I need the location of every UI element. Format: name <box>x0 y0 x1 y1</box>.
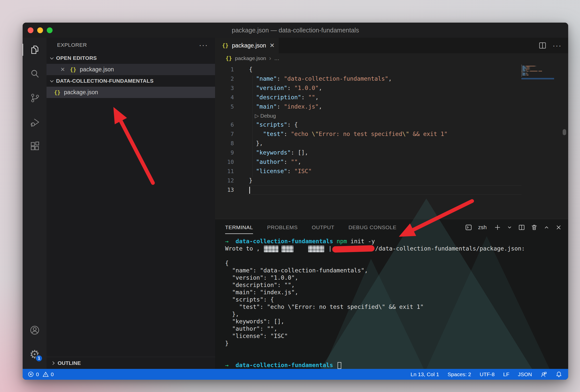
text-cursor <box>249 187 250 194</box>
tree-item-package-json[interactable]: {} package.json <box>47 87 215 98</box>
encoding[interactable]: UTF-8 <box>480 371 495 377</box>
terminal-line: "main": "index.js", <box>225 289 568 296</box>
terminal-shell-icon <box>465 224 472 231</box>
code-line[interactable]: 3 "version": "1.0.0", <box>215 83 568 93</box>
terminal-line <box>225 252 568 260</box>
code-line[interactable]: 1{ <box>215 65 568 74</box>
code-line[interactable]: 7 "test": "echo \"Error: no test specifi… <box>215 129 568 139</box>
code-line[interactable]: 2 "name": "data-collection-fundamentals"… <box>215 74 568 83</box>
tab-output[interactable]: OUTPUT <box>312 223 334 232</box>
code-editor[interactable]: 1{2 "name": "data-collection-fundamental… <box>215 63 568 219</box>
terminal-line: "name": "data-collection-fundamentals", <box>225 267 568 274</box>
close-editor-icon[interactable]: ✕ <box>60 66 65 73</box>
terminal-line: Wrote to ,|/data-collection-fundamentals… <box>225 245 568 252</box>
terminal-line: "version": "1.0.0", <box>225 274 568 281</box>
tab-package-json[interactable]: {} package.json ✕ <box>215 38 279 53</box>
cursor-position[interactable]: Ln 13, Col 1 <box>410 371 439 377</box>
terminal-line: }, <box>225 311 568 318</box>
redaction-marker <box>332 245 375 253</box>
tab-close-icon[interactable]: ✕ <box>270 42 275 49</box>
terminal-cursor <box>338 362 341 369</box>
extensions-icon[interactable] <box>23 134 47 158</box>
terminal-line: "keywords": [], <box>225 318 568 325</box>
terminal-line: → data-collection-fundamentals <box>225 362 568 369</box>
chevron-down-icon <box>50 79 54 82</box>
breadcrumb[interactable]: {} package.json › … <box>215 53 568 63</box>
editor-tab-bar: {} package.json ✕ ··· <box>215 38 568 53</box>
tab-debug-console[interactable]: DEBUG CONSOLE <box>348 223 396 232</box>
zoom-window-button[interactable] <box>47 27 53 33</box>
run-debug-icon[interactable] <box>23 110 47 134</box>
title-bar: package.json — data-collection-fundament… <box>23 23 568 38</box>
panel-header: TERMINAL PROBLEMS OUTPUT DEBUG CONSOLE z… <box>215 219 568 235</box>
kill-terminal-icon[interactable] <box>531 224 537 231</box>
outline-section[interactable]: OUTLINE <box>47 357 215 369</box>
maximize-panel-icon[interactable] <box>544 224 550 230</box>
tab-terminal[interactable]: TERMINAL <box>225 223 253 232</box>
language-mode[interactable]: JSON <box>518 371 532 377</box>
code-line[interactable]: 10 "author": "", <box>215 157 568 167</box>
breadcrumb-separator-icon: › <box>269 55 271 62</box>
activity-bar: ⚙ 1 <box>23 38 47 369</box>
minimap-current-line <box>521 78 554 79</box>
close-window-button[interactable] <box>28 27 33 33</box>
explorer-icon[interactable] <box>23 38 47 62</box>
editor-more-actions-icon[interactable]: ··· <box>553 41 562 50</box>
warning-icon <box>43 371 49 377</box>
code-line[interactable]: 4 "description": "", <box>215 93 568 102</box>
accounts-icon[interactable] <box>23 318 47 342</box>
explorer-more-actions-icon[interactable]: ··· <box>199 41 208 49</box>
terminal-line: "test": "echo \"Error: no test specified… <box>225 303 568 311</box>
terminal-line <box>225 347 568 354</box>
explorer-sidebar: EXPLORER ··· OPEN EDITORS ✕ {} package.j… <box>47 38 215 369</box>
search-icon[interactable] <box>23 62 47 86</box>
json-file-icon: {} <box>70 67 76 73</box>
problems-status[interactable]: 0 0 <box>28 371 54 377</box>
settings-gear-icon[interactable]: ⚙ 1 <box>23 342 47 366</box>
chevron-down-icon <box>50 56 54 60</box>
terminal-dropdown-icon[interactable] <box>507 225 512 230</box>
notifications-bell-icon[interactable] <box>556 371 562 378</box>
split-terminal-icon[interactable] <box>518 224 525 231</box>
tab-problems[interactable]: PROBLEMS <box>267 223 298 232</box>
code-line[interactable]: 9 "keywords": [], <box>215 148 568 157</box>
error-icon <box>28 371 34 377</box>
code-line[interactable]: 8 }, <box>215 139 568 148</box>
code-line[interactable]: 13 <box>215 185 568 194</box>
terminal-line: "scripts": { <box>225 296 568 303</box>
close-panel-icon[interactable] <box>556 224 562 230</box>
code-line[interactable]: 12} <box>215 176 568 185</box>
split-editor-icon[interactable] <box>539 42 546 49</box>
terminal-line: → data-collection-fundamentals npm init … <box>225 238 568 245</box>
traffic-lights <box>28 27 53 33</box>
code-lines: 1{2 "name": "data-collection-fundamental… <box>215 65 568 194</box>
editor-scrollbar[interactable] <box>563 129 566 135</box>
open-editors-section[interactable]: OPEN EDITORS <box>47 52 215 64</box>
feedback-icon[interactable] <box>541 371 547 378</box>
code-line[interactable]: 11 "license": "ISC" <box>215 167 568 176</box>
terminal-line: "author": "", <box>225 325 568 332</box>
json-file-icon: {} <box>222 42 228 48</box>
new-terminal-icon[interactable] <box>494 224 501 231</box>
eol-sequence[interactable]: LF <box>503 371 509 377</box>
minimap[interactable] <box>521 65 554 78</box>
open-editor-item-package-json[interactable]: ✕ {} package.json <box>47 64 215 75</box>
codelens-debug[interactable]: ▷ Debug <box>255 113 276 119</box>
indentation[interactable]: Spaces: 2 <box>448 371 471 377</box>
source-control-icon[interactable] <box>23 86 47 110</box>
settings-badge: 1 <box>35 355 43 362</box>
json-file-icon: {} <box>54 89 60 95</box>
json-file-icon: {} <box>226 55 232 61</box>
window-title: package.json — data-collection-fundament… <box>232 27 359 34</box>
redaction-blur <box>264 246 278 252</box>
sidebar-title: EXPLORER <box>57 42 87 48</box>
editor-group: {} package.json ✕ ··· {} <box>215 38 568 219</box>
terminal-content[interactable]: → data-collection-fundamentals npm init … <box>215 235 568 369</box>
code-line[interactable]: 6 "scripts": { <box>215 120 568 129</box>
status-bar: 0 0 Ln 13, Col 1 Spaces: 2 UTF-8 LF JSON <box>23 369 568 380</box>
code-line[interactable]: 5 "main": "index.js", <box>215 102 568 111</box>
terminal-line <box>225 354 568 362</box>
minimize-window-button[interactable] <box>37 27 43 33</box>
redaction-blur <box>281 246 294 252</box>
folder-section-header[interactable]: DATA-COLLECTION-FUNDAMENTALS <box>47 75 215 87</box>
